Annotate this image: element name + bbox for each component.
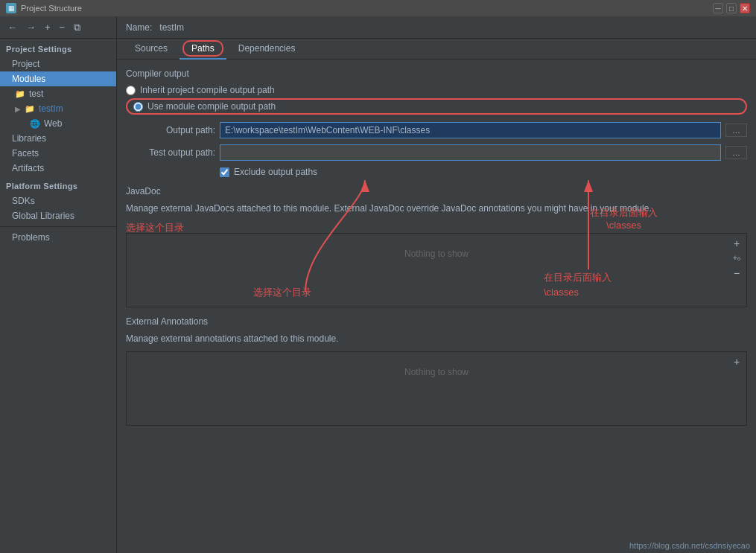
tab-paths[interactable]: Paths bbox=[180, 39, 226, 60]
close-button[interactable]: ✕ bbox=[740, 3, 750, 13]
web-folder-icon: 🌐 bbox=[30, 119, 40, 129]
test-output-path-input[interactable] bbox=[220, 144, 721, 161]
app-icon: ▦ bbox=[6, 3, 16, 13]
tree-item-web[interactable]: 🌐 Web bbox=[0, 116, 116, 131]
compiler-output-title: Compiler output bbox=[126, 68, 747, 79]
exclude-checkbox-row: Exclude output paths bbox=[220, 167, 747, 177]
sidebar-item-modules[interactable]: Modules bbox=[0, 71, 116, 86]
name-label: Name: bbox=[126, 22, 152, 33]
compiler-output-radio-group: Inherit project compile output path Use … bbox=[126, 85, 747, 115]
maximize-button[interactable]: □ bbox=[726, 3, 737, 13]
title-bar: ▦ Project Structure ─ □ ✕ bbox=[0, 0, 756, 16]
content-area: Name: testIm Sources Paths Dependencies … bbox=[117, 16, 756, 553]
annotations-section: External Annotations Manage external ann… bbox=[126, 316, 747, 426]
main-layout: ← → + − ⧉ Project Settings Project Modul… bbox=[0, 16, 756, 553]
sidebar-divider bbox=[0, 226, 116, 227]
global-libraries-label: Global Libraries bbox=[12, 211, 74, 221]
exclude-checkbox[interactable] bbox=[220, 167, 229, 177]
title-bar-left: ▦ Project Structure bbox=[6, 3, 82, 13]
javadoc-panel: Nothing to show + +₀ − bbox=[126, 233, 747, 307]
remove-button[interactable]: − bbox=[57, 20, 69, 34]
tree-item-testIm[interactable]: ▶ 📁 testIm bbox=[0, 101, 116, 116]
annotation-type-classes: 在目录后面输入 \classes bbox=[590, 207, 658, 231]
sdks-label: SDKs bbox=[12, 196, 35, 206]
sidebar-item-sdks[interactable]: SDKs bbox=[0, 194, 116, 208]
artifacts-label: Artifacts bbox=[12, 163, 44, 173]
annotations-panel-toolbar: + bbox=[727, 352, 746, 371]
copy-button[interactable]: ⧉ bbox=[71, 20, 83, 35]
window-title: Project Structure bbox=[21, 4, 82, 13]
sidebar: ← → + − ⧉ Project Settings Project Modul… bbox=[0, 16, 117, 553]
output-path-browse-button[interactable]: … bbox=[725, 124, 747, 137]
sidebar-item-problems[interactable]: Problems bbox=[0, 230, 116, 245]
javadoc-nothing-to-show: Nothing to show bbox=[127, 234, 746, 274]
tab-sources[interactable]: Sources bbox=[123, 39, 180, 60]
watermark: https://blog.csdn.net/csdnsiyecao bbox=[629, 541, 750, 550]
javadoc-title: JavaDoc bbox=[126, 186, 747, 196]
facets-label: Facets bbox=[12, 148, 39, 159]
javadoc-section: JavaDoc Manage external JavaDocs attache… bbox=[126, 186, 747, 307]
test-output-path-browse-button[interactable]: … bbox=[725, 146, 747, 159]
name-value: testIm bbox=[159, 22, 184, 33]
sidebar-item-facets[interactable]: Facets bbox=[0, 146, 116, 161]
annotations-add-button[interactable]: + bbox=[730, 355, 743, 368]
web-label: Web bbox=[44, 118, 62, 129]
tree-item-test[interactable]: 📁 test bbox=[0, 86, 116, 101]
inherit-radio-label: Inherit project compile output path bbox=[140, 85, 275, 95]
javadoc-add-button[interactable]: + bbox=[730, 237, 743, 250]
sidebar-item-global-libraries[interactable]: Global Libraries bbox=[0, 208, 116, 223]
annotations-panel: Nothing to show + bbox=[126, 351, 747, 426]
content-panel: Compiler output Inherit project compile … bbox=[117, 60, 756, 553]
annotations-nothing-to-show: Nothing to show bbox=[127, 352, 746, 392]
sidebar-item-artifacts[interactable]: Artifacts bbox=[0, 161, 116, 176]
output-path-row: Output path: … bbox=[126, 122, 747, 138]
tabs-bar: Sources Paths Dependencies bbox=[117, 39, 756, 60]
sidebar-toolbar: ← → + − ⧉ bbox=[0, 16, 116, 39]
minimize-button[interactable]: ─ bbox=[713, 3, 723, 13]
use-module-radio-input[interactable] bbox=[133, 102, 143, 112]
libraries-label: Libraries bbox=[12, 133, 46, 144]
modules-label: Modules bbox=[12, 74, 45, 84]
test-output-path-row: Test output path: … bbox=[126, 144, 747, 161]
use-module-radio-label: Use module compile output path bbox=[147, 101, 276, 112]
content-header: Name: testIm bbox=[117, 16, 756, 39]
tab-dependencies[interactable]: Dependencies bbox=[226, 39, 308, 60]
output-path-input[interactable] bbox=[220, 122, 721, 138]
problems-label: Problems bbox=[12, 232, 50, 243]
inherit-radio-item[interactable]: Inherit project compile output path bbox=[126, 85, 747, 95]
annotations-description: Manage external annotations attached to … bbox=[126, 333, 747, 345]
annotations-title: External Annotations bbox=[126, 316, 747, 327]
javadoc-remove-button[interactable]: − bbox=[730, 266, 743, 280]
folder-icon: 📁 bbox=[15, 89, 25, 99]
output-path-label: Output path: bbox=[126, 125, 215, 135]
platform-settings-title: Platform Settings bbox=[0, 176, 116, 194]
module-folder-icon: 📁 bbox=[25, 104, 35, 114]
title-controls[interactable]: ─ □ ✕ bbox=[713, 3, 750, 13]
sidebar-item-libraries[interactable]: Libraries bbox=[0, 131, 116, 146]
test-label: test bbox=[29, 89, 43, 99]
forward-button[interactable]: → bbox=[23, 20, 39, 34]
project-settings-title: Project Settings bbox=[0, 39, 116, 57]
add-button[interactable]: + bbox=[42, 20, 54, 34]
tree-expand-icon: ▶ bbox=[15, 105, 21, 113]
inherit-radio-input[interactable] bbox=[126, 86, 136, 95]
testIm-label: testIm bbox=[39, 103, 63, 114]
exclude-checkbox-label: Exclude output paths bbox=[234, 167, 317, 177]
test-output-path-label: Test output path: bbox=[126, 147, 215, 158]
use-module-radio-item[interactable]: Use module compile output path bbox=[126, 98, 747, 115]
sidebar-item-project[interactable]: Project bbox=[0, 57, 116, 71]
javadoc-add-url-button[interactable]: +₀ bbox=[730, 252, 743, 265]
project-label: Project bbox=[12, 59, 39, 69]
back-button[interactable]: ← bbox=[4, 20, 20, 34]
javadoc-panel-toolbar: + +₀ − bbox=[727, 234, 746, 283]
